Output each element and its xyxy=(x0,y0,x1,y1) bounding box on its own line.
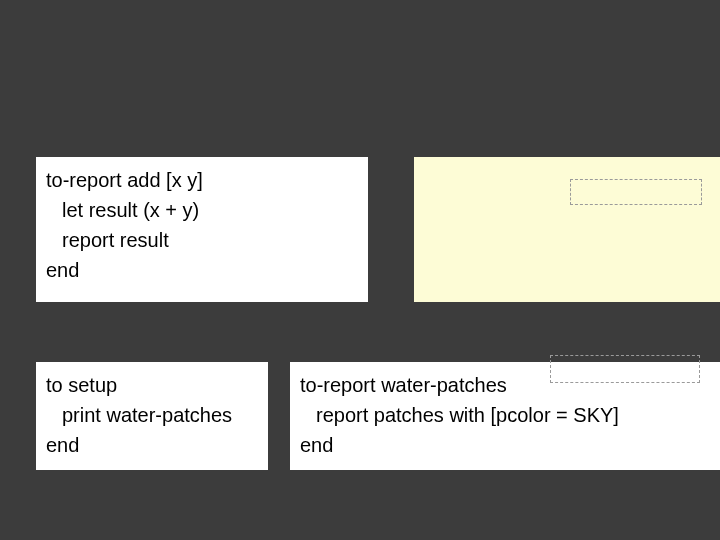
code-line: end xyxy=(46,255,358,285)
dashed-placeholder-bottom xyxy=(550,355,700,383)
code-line: report patches with [pcolor = SKY] xyxy=(300,400,710,430)
code-block-setup: to setup print water-patches end xyxy=(36,362,268,470)
code-line: report result xyxy=(46,225,358,255)
code-line: end xyxy=(300,430,710,460)
code-line: print water-patches xyxy=(46,400,258,430)
code-block-add: to-report add [x y] let result (x + y) r… xyxy=(36,157,368,302)
code-line: let result (x + y) xyxy=(46,195,358,225)
code-line: to-report add [x y] xyxy=(46,165,358,195)
code-line: to setup xyxy=(46,370,258,400)
code-line: end xyxy=(46,430,258,460)
dashed-placeholder-top xyxy=(570,179,702,205)
